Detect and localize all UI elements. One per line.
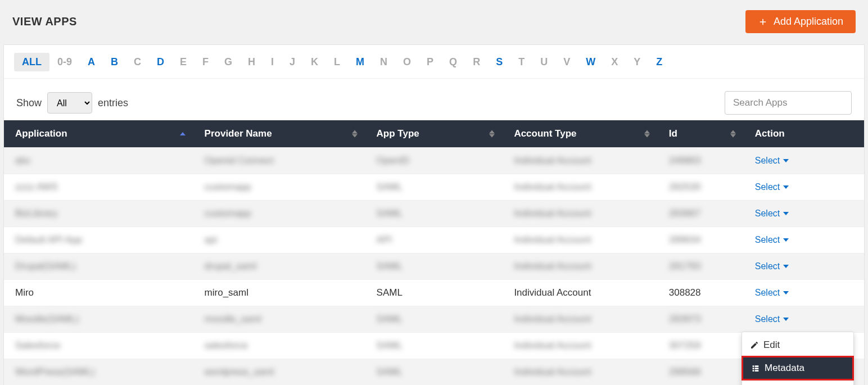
cell: API xyxy=(365,227,503,253)
select-action[interactable]: Select xyxy=(755,261,789,271)
cell: 283667 xyxy=(658,201,744,227)
add-application-label: Add Application xyxy=(774,16,843,28)
cell: SAML xyxy=(365,359,503,386)
alpha-i[interactable]: I xyxy=(263,53,282,71)
cell-action: Select xyxy=(744,280,864,306)
caret-down-icon xyxy=(783,159,789,162)
cell-action: Select xyxy=(744,253,864,280)
alpha-all[interactable]: ALL xyxy=(14,53,49,71)
sort-icon xyxy=(489,130,495,138)
alpha-n[interactable]: N xyxy=(372,53,395,71)
apps-table: Application Provider Name App Type Accou… xyxy=(4,120,864,385)
cell: Salesforce xyxy=(4,333,193,359)
alpha-j[interactable]: J xyxy=(282,53,303,71)
dropdown-edit[interactable]: Edit xyxy=(742,334,853,356)
cell: wordpress_saml xyxy=(193,359,365,386)
alpha-y[interactable]: Y xyxy=(626,53,648,71)
cell: Individual Account xyxy=(503,359,657,386)
alpha-b[interactable]: B xyxy=(103,53,126,71)
caret-down-icon xyxy=(783,212,789,215)
col-action: Action xyxy=(744,120,864,148)
dropdown-show-sso[interactable]: Show SSO Link xyxy=(742,381,853,385)
cell: SAML xyxy=(365,280,503,306)
alpha-w[interactable]: W xyxy=(578,53,603,71)
col-account[interactable]: Account Type xyxy=(503,120,657,148)
select-action[interactable]: Select xyxy=(755,156,789,166)
cell: Miro xyxy=(4,280,193,306)
cell: SAML xyxy=(365,174,503,201)
select-action[interactable]: Select xyxy=(755,288,789,298)
sort-icon xyxy=(644,130,650,138)
alpha-h[interactable]: H xyxy=(240,53,263,71)
list-icon xyxy=(751,364,760,373)
alpha-c[interactable]: C xyxy=(126,53,149,71)
cell: Default API App xyxy=(4,227,193,253)
cell: salesforce xyxy=(193,333,365,359)
page-title: VIEW APPS xyxy=(12,15,77,28)
cell: Individual Account xyxy=(503,306,657,333)
alpha-p[interactable]: P xyxy=(419,53,441,71)
alpha-q[interactable]: Q xyxy=(441,53,465,71)
alpha-0-9[interactable]: 0-9 xyxy=(49,53,80,71)
add-application-button[interactable]: Add Application xyxy=(745,10,856,33)
alpha-g[interactable]: G xyxy=(216,53,240,71)
cell: miro_saml xyxy=(193,280,365,306)
alpha-u[interactable]: U xyxy=(532,53,555,71)
caret-down-icon xyxy=(783,291,789,295)
cell: WordPress(SAML) xyxy=(4,359,193,386)
alpha-a[interactable]: A xyxy=(80,53,103,71)
col-apptype[interactable]: App Type xyxy=(365,120,503,148)
cell: 249863 xyxy=(658,148,744,174)
alpha-r[interactable]: R xyxy=(465,53,488,71)
col-provider[interactable]: Provider Name xyxy=(193,120,365,148)
cell: Drupal(SAML) xyxy=(4,253,193,280)
cell: SAML xyxy=(365,253,503,280)
select-action[interactable]: Select xyxy=(755,314,789,324)
alpha-f[interactable]: F xyxy=(195,53,216,71)
cell: SAML xyxy=(365,306,503,333)
cell: SAML xyxy=(365,201,503,227)
cell-action: Select xyxy=(744,174,864,201)
sort-icon xyxy=(352,130,358,138)
col-id[interactable]: Id xyxy=(658,120,744,148)
edit-icon xyxy=(750,341,759,350)
cell: 308828 xyxy=(658,280,744,306)
caret-down-icon xyxy=(783,318,789,321)
alpha-m[interactable]: M xyxy=(348,53,372,71)
cell: 282530 xyxy=(658,174,744,201)
table-row: BizLibrarycustomappSAMLIndividual Accoun… xyxy=(4,201,864,227)
entries-select[interactable]: All xyxy=(47,92,92,114)
cell: BizLibrary xyxy=(4,201,193,227)
alpha-d[interactable]: D xyxy=(149,53,172,71)
cell: customapp xyxy=(193,174,365,201)
table-row: zzzz AWScustomappSAMLIndividual Account2… xyxy=(4,174,864,201)
action-dropdown: Edit Metadata Show SSO Link Delete xyxy=(742,332,854,385)
cell: drupal_saml xyxy=(193,253,365,280)
sort-icon xyxy=(180,132,186,135)
show-label: Show xyxy=(16,97,42,109)
alpha-o[interactable]: O xyxy=(395,53,419,71)
alpha-l[interactable]: L xyxy=(326,53,348,71)
alpha-s[interactable]: S xyxy=(488,53,510,71)
alpha-v[interactable]: V xyxy=(555,53,578,71)
cell: 307259 xyxy=(658,333,744,359)
table-row: Drupal(SAML)drupal_samlSAMLIndividual Ac… xyxy=(4,253,864,280)
search-input[interactable] xyxy=(725,91,852,115)
cell: Individual Account xyxy=(503,333,657,359)
col-application[interactable]: Application xyxy=(4,120,193,148)
cell: 289634 xyxy=(658,227,744,253)
dropdown-metadata[interactable]: Metadata xyxy=(742,356,854,381)
select-action[interactable]: Select xyxy=(755,182,789,192)
select-action[interactable]: Select xyxy=(755,235,789,245)
cell: 298568 xyxy=(658,359,744,386)
alpha-x[interactable]: X xyxy=(603,53,626,71)
alpha-k[interactable]: K xyxy=(303,53,326,71)
select-action[interactable]: Select xyxy=(755,209,789,219)
table-row: Moodle(SAML)moodle_samlSAMLIndividual Ac… xyxy=(4,306,864,333)
alpha-z[interactable]: Z xyxy=(648,53,670,71)
table-row: WordPress(SAML)wordpress_samlSAMLIndivid… xyxy=(4,359,864,386)
alpha-t[interactable]: T xyxy=(510,53,532,71)
cell: Individual Account xyxy=(503,201,657,227)
cell: Openid Connect xyxy=(193,148,365,174)
alpha-e[interactable]: E xyxy=(172,53,195,71)
